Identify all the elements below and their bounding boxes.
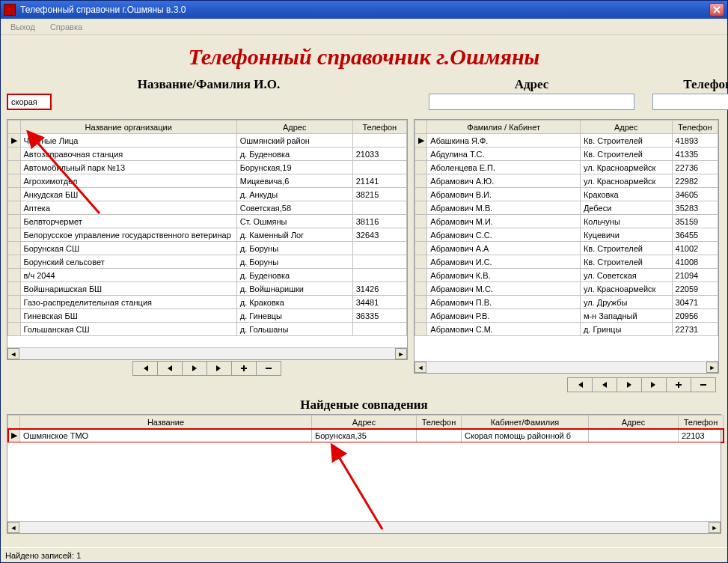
table-row[interactable]: ▶Частные ЛицаОшмянский район xyxy=(8,134,407,147)
cell-tel[interactable]: 21033 xyxy=(352,147,406,161)
table-row[interactable]: Абрамович А.АКв. Строителей41002 xyxy=(415,242,718,255)
cell-tel[interactable]: 32643 xyxy=(352,228,406,242)
cell-addr[interactable]: ул. Красноармейск xyxy=(580,161,672,174)
cell-fam[interactable]: Абдулина Т.С. xyxy=(427,147,581,161)
nav-prev[interactable] xyxy=(157,361,183,376)
table-row[interactable]: Абрамович С.С.Куцевичи36455 xyxy=(415,228,718,242)
cell-tel[interactable]: 21141 xyxy=(352,174,406,188)
cell-tel[interactable]: 34481 xyxy=(352,296,406,309)
cell-addr[interactable]: д. Гиневцы xyxy=(236,309,352,323)
m-col-tel2[interactable]: Телефон xyxy=(679,416,724,429)
cell-addr[interactable]: Советская,58 xyxy=(236,201,352,215)
table-row[interactable]: Абрамович М.И.Кольчуны35159 xyxy=(415,215,718,228)
table-row[interactable]: в/ч 2044д. Буденовка xyxy=(8,269,407,282)
scroll-right-icon[interactable]: ► xyxy=(395,348,407,359)
cell-fam[interactable]: Абрамович И.С. xyxy=(427,255,581,269)
cell-addr[interactable]: д. Гринцы xyxy=(580,323,672,336)
m-col-addr2[interactable]: Адрес xyxy=(589,416,679,429)
cell-tel[interactable] xyxy=(352,269,406,282)
table-row[interactable]: Абрамович К.В.ул. Советская21094 xyxy=(415,269,718,282)
table-row[interactable]: Белорусское управление государственного … xyxy=(8,228,407,242)
nav-prev[interactable] xyxy=(592,377,617,392)
table-row[interactable]: Абрамович И.С.Кв. Строителей41008 xyxy=(415,255,718,269)
nav-next[interactable] xyxy=(617,377,642,392)
right-col-tel[interactable]: Телефон xyxy=(672,121,718,134)
table-row[interactable]: Гольшанская СШд. Гольшаны xyxy=(8,323,407,336)
cell-org[interactable]: в/ч 2044 xyxy=(20,269,236,282)
cell-addr[interactable]: д. Гольшаны xyxy=(236,323,352,336)
cell-org[interactable]: Гольшанская СШ xyxy=(20,323,236,336)
cell-addr[interactable]: Дебеси xyxy=(580,201,672,215)
table-row[interactable]: Абрамович П.В.ул. Дружбы30471 xyxy=(415,296,718,309)
cell-tel2[interactable]: 22103 xyxy=(679,429,724,442)
table-row[interactable]: Гиневская БШд. Гиневцы36335 xyxy=(8,309,407,323)
table-row[interactable]: Анкудская БШд. Анкуды38215 xyxy=(8,188,407,201)
search-name-input[interactable] xyxy=(7,94,52,110)
cell-addr[interactable]: ул. Советская xyxy=(580,269,672,282)
cell-addr[interactable]: Кольчуны xyxy=(580,215,672,228)
cell-tel[interactable]: 21094 xyxy=(672,269,718,282)
cell-tel[interactable]: 35283 xyxy=(672,201,718,215)
cell-tel[interactable] xyxy=(352,242,406,255)
right-hscroll[interactable]: ◄ ► xyxy=(415,361,718,373)
table-row[interactable]: Войшнаришская БШд. Войшнаришки31426 xyxy=(8,282,407,296)
cell-fam[interactable]: Абрамович С.М. xyxy=(427,323,581,336)
cell-tel[interactable] xyxy=(352,134,406,147)
cell-fam[interactable]: Абрамович П.В. xyxy=(427,296,581,309)
cell-fam[interactable]: Абрамович К.В. xyxy=(427,269,581,282)
cell-tel[interactable]: 36455 xyxy=(672,228,718,242)
cell-fam[interactable]: Абрамович М.С. xyxy=(427,282,581,296)
cell-tel[interactable] xyxy=(352,323,406,336)
table-row[interactable]: Абрамович М.В.Дебеси35283 xyxy=(415,201,718,215)
cell-tel[interactable]: 41893 xyxy=(672,134,718,147)
table-row[interactable]: Абдулина Т.С.Кв. Строителей41335 xyxy=(415,147,718,161)
table-row[interactable]: Абрамович С.М.д. Гринцы22731 xyxy=(415,323,718,336)
cell-tel[interactable]: 41008 xyxy=(672,255,718,269)
cell-org[interactable]: Анкудская БШ xyxy=(20,188,236,201)
cell-addr[interactable]: Ст. Ошмяны xyxy=(236,215,352,228)
cell-addr[interactable]: д. Буденовка xyxy=(236,147,352,161)
cell-addr[interactable]: Куцевичи xyxy=(580,228,672,242)
table-row[interactable]: Автомобильный парк №13Борунская,19 xyxy=(8,161,407,174)
matches-table[interactable]: Название Адрес Телефон Кабинет/Фамилия А… xyxy=(7,415,724,442)
cell-org[interactable]: Белорусское управление государственного … xyxy=(20,228,236,242)
table-row[interactable]: БелвторчерметСт. Ошмяны38116 xyxy=(8,215,407,228)
scroll-left-icon[interactable]: ◄ xyxy=(7,348,19,359)
cell-tel[interactable]: 35159 xyxy=(672,215,718,228)
cell-addr[interactable]: Ошмянский район xyxy=(236,134,352,147)
cell-addr2[interactable] xyxy=(589,429,679,442)
left-table[interactable]: Название организации Адрес Телефон ▶Част… xyxy=(7,120,407,336)
nav-del[interactable] xyxy=(691,377,716,392)
table-row[interactable]: Абрамович М.С.ул. Красноармейск22059 xyxy=(415,282,718,296)
scroll-left-icon[interactable]: ◄ xyxy=(415,362,426,373)
cell-addr[interactable]: ул. Дружбы xyxy=(580,296,672,309)
cell-fam[interactable]: Абрамович В.И. xyxy=(427,188,581,201)
cell-org[interactable]: Войшнаришская БШ xyxy=(20,282,236,296)
m-col-tel[interactable]: Телефон xyxy=(417,416,462,429)
left-col-tel[interactable]: Телефон xyxy=(352,121,406,134)
cell-tel[interactable] xyxy=(352,255,406,269)
table-row[interactable]: ▶Ошмянское ТМОБорунская,35Скорая помощь … xyxy=(8,429,724,442)
cell-tel[interactable] xyxy=(352,161,406,174)
nav-add[interactable] xyxy=(231,361,257,376)
cell-addr[interactable]: Кв. Строителей xyxy=(580,242,672,255)
cell-org[interactable]: Частные Лица xyxy=(20,134,236,147)
cell-org[interactable]: Агрохимотдел xyxy=(20,174,236,188)
cell-tel[interactable]: 36335 xyxy=(352,309,406,323)
cell-tel[interactable]: 38116 xyxy=(352,215,406,228)
matches-hscroll[interactable]: ◄ ► xyxy=(7,521,721,533)
search-phone-input[interactable] xyxy=(652,94,728,110)
cell-tel[interactable]: 22731 xyxy=(672,323,718,336)
right-col-fam[interactable]: Фамилия / Кабинет xyxy=(427,121,581,134)
cell-org[interactable]: Борунская СШ xyxy=(20,242,236,255)
cell-addr[interactable]: д. Буденовка xyxy=(236,269,352,282)
scroll-left-icon[interactable]: ◄ xyxy=(7,522,19,533)
table-row[interactable]: Абрамович А.Ю.ул. Красноармейск22982 xyxy=(415,174,718,188)
cell-org[interactable]: Газо-распределительная станция xyxy=(20,296,236,309)
cell-addr[interactable]: Борунская,19 xyxy=(236,161,352,174)
cell-addr[interactable]: Краковка xyxy=(580,188,672,201)
table-row[interactable]: АптекаСоветская,58 xyxy=(8,201,407,215)
table-row[interactable]: Борунский сельсоветд. Боруны xyxy=(8,255,407,269)
cell-addr[interactable]: Кв. Строителей xyxy=(580,255,672,269)
menu-exit[interactable]: Выход xyxy=(4,20,42,34)
